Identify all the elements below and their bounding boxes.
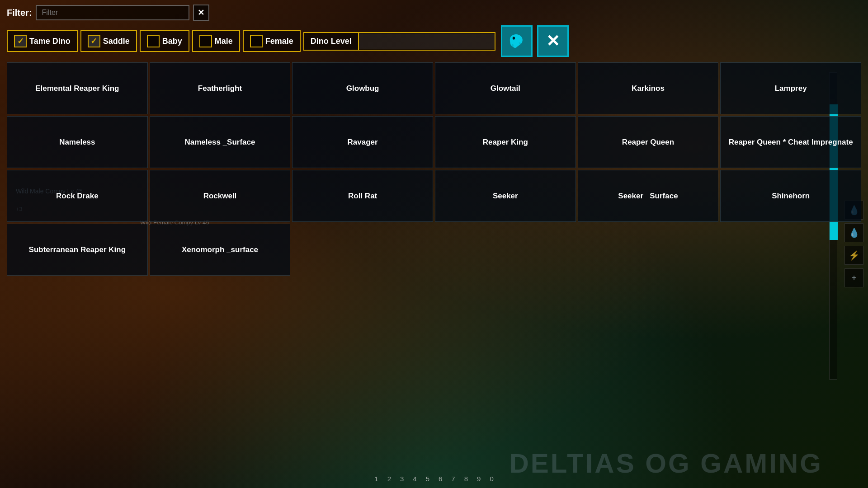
male-label: Male <box>215 37 233 46</box>
checkboxes-row: Tame Dino Saddle Baby Male Female Dino L… <box>5 25 863 57</box>
dino-icon-button[interactable] <box>501 25 533 57</box>
svg-point-0 <box>513 37 515 39</box>
dino-level-group: Dino Level <box>303 32 495 51</box>
dino-card[interactable]: Glowbug <box>292 62 433 114</box>
filter-label: Filter: <box>7 8 32 18</box>
dino-card[interactable]: Xenomorph _surface <box>150 224 291 276</box>
dino-card[interactable]: Subterranean Reaper King <box>7 224 148 276</box>
dino-card[interactable]: Lamprey <box>720 62 861 114</box>
main-close-button[interactable]: ✕ <box>537 25 569 57</box>
dino-card[interactable]: Rock Drake <box>7 170 148 222</box>
dino-card[interactable]: Featherlight <box>150 62 291 114</box>
dino-card[interactable]: Seeker _Surface <box>578 170 719 222</box>
dino-head-icon <box>507 31 527 51</box>
male-checkbox[interactable] <box>199 35 212 47</box>
filter-bar: Filter: ✕ <box>5 5 863 21</box>
tame-dino-checkbox-group[interactable]: Tame Dino <box>7 30 78 52</box>
tame-dino-label: Tame Dino <box>29 37 71 46</box>
dino-card[interactable]: Elemental Reaper King <box>7 62 148 114</box>
dino-card[interactable]: Shinehorn <box>720 170 861 222</box>
baby-checkbox[interactable] <box>147 35 160 47</box>
dino-level-input[interactable] <box>359 33 495 49</box>
female-checkbox[interactable] <box>250 35 263 47</box>
dino-card[interactable]: Seeker <box>435 170 576 222</box>
dino-grid: Elemental Reaper KingFeatherlightGlowbug… <box>5 62 863 276</box>
tame-dino-checkbox[interactable] <box>14 35 27 47</box>
dino-card[interactable]: Rockwell <box>150 170 291 222</box>
female-label: Female <box>265 37 293 46</box>
dino-card[interactable]: Reaper Queen * Cheat Impregnate <box>720 116 861 168</box>
male-checkbox-group[interactable]: Male <box>192 30 240 52</box>
dino-card[interactable]: Nameless _Surface <box>150 116 291 168</box>
filter-input[interactable] <box>36 5 189 20</box>
dino-card[interactable]: Nameless <box>7 116 148 168</box>
baby-checkbox-group[interactable]: Baby <box>140 30 189 52</box>
dino-level-label: Dino Level <box>304 33 359 50</box>
dino-card[interactable]: Glowtail <box>435 62 576 114</box>
dino-card[interactable]: Roll Rat <box>292 170 433 222</box>
saddle-checkbox-group[interactable]: Saddle <box>80 30 137 52</box>
baby-label: Baby <box>162 37 182 46</box>
dino-card[interactable]: Reaper King <box>435 116 576 168</box>
dino-card[interactable]: Ravager <box>292 116 433 168</box>
saddle-checkbox[interactable] <box>88 35 100 47</box>
filter-clear-button[interactable]: ✕ <box>193 5 209 21</box>
female-checkbox-group[interactable]: Female <box>243 30 301 52</box>
dino-card[interactable]: Karkinos <box>578 62 719 114</box>
saddle-label: Saddle <box>103 37 130 46</box>
dino-card[interactable]: Reaper Queen <box>578 116 719 168</box>
